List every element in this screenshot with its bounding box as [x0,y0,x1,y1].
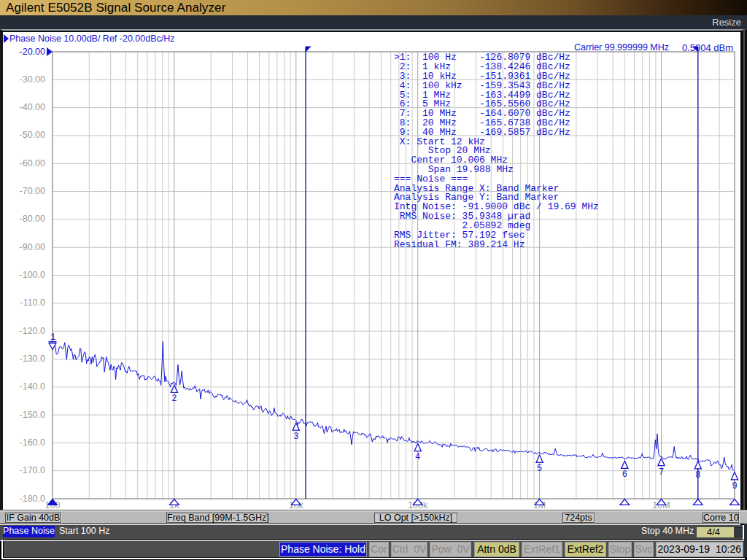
svg-text:6: 6 [622,470,627,480]
svg-text:3: 3 [293,432,298,442]
svg-text:2: 2 [171,394,177,404]
svg-text:7: 7 [659,467,664,478]
svg-text:4: 4 [415,452,420,462]
svg-text:5: 5 [537,464,542,474]
svg-text:8: 8 [695,470,700,481]
svg-text:9: 9 [732,481,737,491]
svg-text:1: 1 [50,332,55,343]
